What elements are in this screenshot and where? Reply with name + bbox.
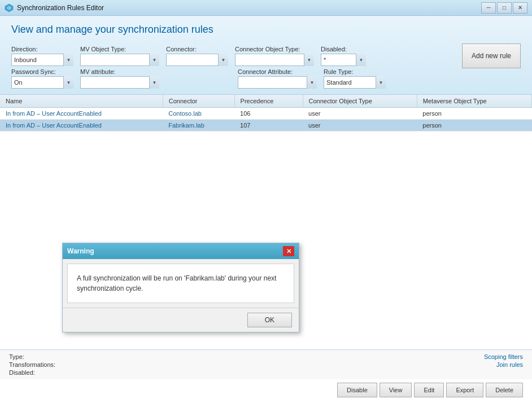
dialog-overlay: Warning ✕ A full synchronization will be… [0, 0, 532, 403]
warning-dialog: Warning ✕ A full synchronization will be… [62, 243, 299, 332]
dialog-message: A full synchronization will be run on 'F… [77, 273, 285, 294]
dialog-title-bar: Warning ✕ [63, 243, 299, 259]
dialog-title-text: Warning [67, 247, 94, 255]
dialog-ok-button[interactable]: OK [247, 313, 292, 327]
dialog-footer: OK [63, 308, 299, 332]
dialog-body: A full synchronization will be run on 'F… [67, 264, 294, 303]
dialog-close-button[interactable]: ✕ [283, 246, 294, 256]
